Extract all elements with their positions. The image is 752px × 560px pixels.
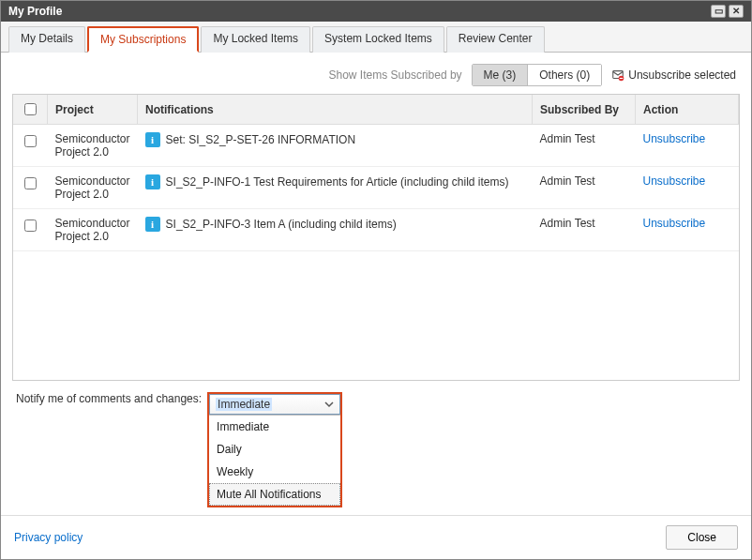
row-subscribed-by: Admin Test bbox=[533, 209, 636, 251]
chevron-down-icon bbox=[323, 398, 336, 411]
row-unsubscribe-link[interactable]: Unsubscribe bbox=[643, 174, 706, 188]
row-notification-text: SI_S2_P-INFO-3 Item A (including child i… bbox=[166, 218, 397, 231]
filter-label: Show Items Subscribed by bbox=[329, 68, 462, 82]
tab-my-details[interactable]: My Details bbox=[8, 26, 85, 53]
filter-others-button[interactable]: Others (0) bbox=[527, 65, 601, 85]
titlebar: My Profile ▭ ✕ bbox=[1, 1, 751, 22]
notify-option[interactable]: Weekly bbox=[209, 461, 340, 483]
close-button[interactable]: Close bbox=[666, 525, 738, 550]
notify-row: Notify me of comments and changes: Immed… bbox=[12, 381, 740, 515]
profile-dialog: My Profile ▭ ✕ My Details My Subscriptio… bbox=[0, 0, 752, 560]
col-subscribed-by[interactable]: Subscribed By bbox=[533, 95, 636, 125]
filter-bar: Show Items Subscribed by Me (3) Others (… bbox=[12, 58, 740, 94]
notify-select-highlight: Immediate ImmediateDailyWeeklyMute All N… bbox=[207, 392, 342, 507]
col-project[interactable]: Project bbox=[48, 95, 138, 125]
row-unsubscribe-link[interactable]: Unsubscribe bbox=[643, 217, 706, 230]
tab-system-locked-items[interactable]: System Locked Items bbox=[312, 26, 444, 53]
notify-select[interactable]: Immediate bbox=[209, 394, 340, 415]
minimize-button[interactable]: ▭ bbox=[711, 5, 726, 18]
table-row: Semiconductor Project 2.0iSI_S2_P-INFO-1… bbox=[13, 167, 739, 209]
window-title: My Profile bbox=[8, 5, 62, 18]
row-notification: iSI_S2_P-INFO-3 Item A (including child … bbox=[138, 209, 533, 251]
notify-selected-value: Immediate bbox=[216, 398, 272, 411]
table-row: Semiconductor Project 2.0iSet: SI_S2_P-S… bbox=[13, 125, 739, 167]
notify-label: Notify me of comments and changes: bbox=[16, 392, 202, 405]
col-notifications[interactable]: Notifications bbox=[138, 95, 533, 125]
info-icon: i bbox=[145, 174, 160, 189]
tab-my-locked-items[interactable]: My Locked Items bbox=[201, 26, 310, 53]
table-row: Semiconductor Project 2.0iSI_S2_P-INFO-3… bbox=[13, 209, 739, 251]
row-notification-text: Set: SI_S2_P-SET-26 INFORMATION bbox=[166, 133, 356, 146]
unsubscribe-selected-label: Unsubscribe selected bbox=[628, 68, 736, 82]
row-notification-text: SI_S2_P-INFO-1 Test Requirements for Art… bbox=[166, 175, 509, 189]
unsubscribe-icon bbox=[611, 68, 624, 82]
tab-my-subscriptions[interactable]: My Subscriptions bbox=[87, 26, 199, 53]
dialog-footer: Privacy policy Close bbox=[1, 515, 751, 559]
notify-dropdown: ImmediateDailyWeeklyMute All Notificatio… bbox=[209, 415, 340, 506]
privacy-policy-link[interactable]: Privacy policy bbox=[14, 531, 83, 544]
col-select-all bbox=[13, 95, 48, 125]
close-window-button[interactable]: ✕ bbox=[729, 5, 744, 18]
select-all-checkbox[interactable] bbox=[24, 103, 37, 115]
row-unsubscribe-link[interactable]: Unsubscribe bbox=[643, 132, 706, 145]
row-checkbox[interactable] bbox=[24, 177, 37, 189]
filter-me-button[interactable]: Me (3) bbox=[473, 65, 528, 85]
row-subscribed-by: Admin Test bbox=[533, 167, 636, 209]
filter-segmented: Me (3) Others (0) bbox=[472, 64, 603, 86]
row-checkbox[interactable] bbox=[24, 135, 37, 147]
notify-option[interactable]: Mute All Notifications bbox=[209, 483, 340, 506]
tabbar: My Details My Subscriptions My Locked It… bbox=[1, 22, 751, 53]
notify-option[interactable]: Daily bbox=[209, 438, 340, 461]
tab-review-center[interactable]: Review Center bbox=[446, 26, 545, 53]
unsubscribe-selected-button[interactable]: Unsubscribe selected bbox=[611, 68, 736, 82]
svg-rect-2 bbox=[620, 78, 624, 79]
col-action[interactable]: Action bbox=[636, 95, 739, 125]
info-icon: i bbox=[145, 217, 160, 232]
subscriptions-table-wrap: Project Notifications Subscribed By Acti… bbox=[12, 94, 740, 381]
notify-option[interactable]: Immediate bbox=[209, 416, 340, 438]
content-area: Show Items Subscribed by Me (3) Others (… bbox=[1, 53, 751, 515]
row-notification: iSet: SI_S2_P-SET-26 INFORMATION bbox=[138, 125, 533, 167]
row-notification: iSI_S2_P-INFO-1 Test Requirements for Ar… bbox=[138, 167, 533, 209]
row-project: Semiconductor Project 2.0 bbox=[48, 125, 138, 167]
info-icon: i bbox=[145, 132, 160, 147]
row-project: Semiconductor Project 2.0 bbox=[48, 209, 138, 251]
row-checkbox[interactable] bbox=[24, 219, 37, 232]
subscriptions-table: Project Notifications Subscribed By Acti… bbox=[13, 95, 739, 251]
row-subscribed-by: Admin Test bbox=[533, 125, 636, 167]
row-project: Semiconductor Project 2.0 bbox=[48, 167, 138, 209]
